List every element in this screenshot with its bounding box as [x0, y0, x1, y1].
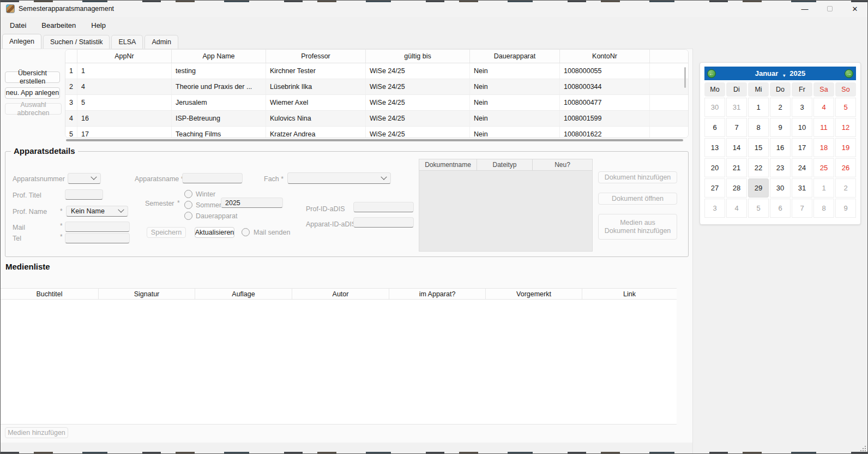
calendar-day[interactable]: 14 [726, 138, 747, 157]
calendar-day[interactable]: 5 [748, 199, 769, 218]
tab-elsa[interactable]: ELSA [111, 35, 143, 49]
col-link[interactable]: Link [582, 289, 677, 299]
calendar-day[interactable]: 6 [770, 199, 791, 218]
col-app-name[interactable]: App Name [172, 50, 266, 63]
calendar-day[interactable]: 10 [792, 118, 812, 137]
calendar-day[interactable]: 2 [835, 178, 856, 198]
table-row[interactable]: 3 5 Jerusalem Wiemer Axel WiSe 24/25 Nei… [65, 95, 688, 111]
col-gueltig-bis[interactable]: gültig bis [366, 50, 470, 63]
calendar-day[interactable]: 26 [835, 158, 856, 177]
calendar-day[interactable]: 11 [813, 118, 834, 137]
prof-id-adis-input[interactable] [353, 202, 414, 212]
horizontal-scrollbar[interactable] [66, 139, 683, 141]
new-app-button[interactable]: neu. App anlegen [5, 87, 60, 99]
calendar-day[interactable]: 4 [726, 199, 747, 218]
calendar-day[interactable]: 30 [770, 178, 791, 198]
calendar-day[interactable]: 3 [704, 199, 725, 218]
col-signatur[interactable]: Signatur [99, 289, 195, 299]
fach-combobox[interactable] [287, 172, 391, 184]
sommer-radio[interactable] [184, 201, 192, 209]
calendar-day[interactable]: 15 [748, 138, 769, 157]
calendar-day[interactable]: 16 [770, 138, 791, 157]
close-button[interactable]: ✕ [842, 1, 867, 17]
calendar-day[interactable]: 7 [792, 199, 812, 218]
col-neu[interactable]: Neu? [533, 159, 592, 170]
calendar-day[interactable]: 28 [726, 178, 747, 198]
calendar-day[interactable]: 13 [704, 138, 725, 157]
table-row[interactable]: 4 16 ISP-Betreuung Kulovics Nina WiSe 24… [65, 111, 688, 127]
dokument-oeffnen-button[interactable]: Dokument öffnen [598, 193, 677, 205]
calendar-day[interactable]: 21 [726, 158, 747, 177]
calendar-day-today[interactable]: 29 [748, 178, 769, 198]
calendar-prev-button[interactable]: ← [707, 69, 716, 78]
col-dokumentname[interactable]: Dokumentname [419, 159, 477, 170]
calendar-month-year[interactable]: Januar▾ 2025 [755, 69, 806, 77]
calendar-day[interactable]: 23 [770, 158, 791, 177]
mail-input[interactable] [65, 222, 130, 232]
tab-suchen-statistik[interactable]: Suchen / Statistik [43, 35, 110, 49]
col-professor[interactable]: Professor [266, 50, 366, 63]
apparat-id-adis-input[interactable] [353, 217, 414, 228]
create-overview-button[interactable]: Übersicht erstellen [5, 71, 60, 83]
winter-radio[interactable] [184, 190, 192, 198]
medien-aus-dokument-button[interactable]: Medien aus Dokument hinzufügen [598, 214, 677, 240]
vertical-scrollbar[interactable] [684, 67, 686, 88]
col-buchtitel[interactable]: Buchtitel [1, 289, 99, 299]
col-dauerapparat[interactable]: Dauerapparat [470, 50, 560, 63]
menu-help[interactable]: Help [83, 17, 113, 34]
calendar-day[interactable]: 5 [835, 98, 856, 117]
dauerapparat-radio[interactable] [184, 212, 192, 220]
col-im-apparat[interactable]: im Apparat? [389, 289, 486, 299]
calendar-day[interactable]: 4 [813, 98, 834, 117]
medien-hinzufuegen-button[interactable]: Medien hinzufügen [5, 427, 68, 438]
calendar-day[interactable]: 8 [748, 118, 769, 137]
apparatsname-input[interactable] [182, 173, 243, 183]
calendar-day[interactable]: 31 [792, 178, 812, 198]
calendar-day[interactable]: 2 [770, 98, 791, 117]
calendar-day[interactable]: 9 [770, 118, 791, 137]
table-row[interactable]: 1 1 testing Kirchner Tester WiSe 24/25 N… [65, 63, 688, 79]
apparatsnummer-combobox[interactable] [68, 173, 101, 184]
col-kontonr[interactable]: KontoNr [560, 50, 650, 63]
semester-year-input[interactable]: 2025 [221, 198, 283, 208]
table-row[interactable]: 2 4 Theorie und Praxis der ... Lüsebrink… [65, 79, 688, 95]
aktualisieren-button[interactable]: Aktualisieren [195, 227, 234, 238]
calendar-day[interactable]: 12 [835, 118, 856, 137]
calendar-day[interactable]: 1 [748, 98, 769, 117]
calendar-day[interactable]: 20 [704, 158, 725, 177]
calendar-day[interactable]: 30 [704, 98, 725, 117]
calendar-day[interactable]: 31 [726, 98, 747, 117]
col-vorgemerkt[interactable]: Vorgemerkt [486, 289, 582, 299]
calendar-day[interactable]: 17 [792, 138, 812, 157]
calendar-day[interactable]: 8 [813, 199, 834, 218]
maximize-button[interactable] [817, 1, 842, 17]
col-dateityp[interactable]: Dateityp [477, 159, 533, 170]
calendar-day[interactable]: 6 [704, 118, 725, 137]
speichern-button[interactable]: Speichern [147, 227, 186, 238]
prof-name-combobox[interactable]: Kein Name [66, 206, 128, 217]
dokument-hinzufuegen-button[interactable]: Dokument hinzufügen [598, 171, 677, 183]
tel-input[interactable] [65, 233, 130, 243]
col-autor[interactable]: Autor [292, 289, 389, 299]
col-auflage[interactable]: Auflage [195, 289, 292, 299]
col-appnr[interactable]: AppNr [77, 50, 172, 63]
tab-anlegen[interactable]: Anlegen [2, 34, 41, 49]
resize-grip[interactable] [865, 450, 866, 451]
calendar-day[interactable]: 19 [835, 138, 856, 157]
table-row[interactable]: 5 17 Teaching Films Kratzer Andrea WiSe … [65, 127, 688, 138]
calendar-day[interactable]: 3 [792, 98, 812, 117]
menu-bearbeiten[interactable]: Bearbeiten [34, 17, 83, 34]
minimize-button[interactable]: — [792, 1, 817, 17]
calendar-day[interactable]: 25 [813, 158, 834, 177]
calendar-day[interactable]: 24 [792, 158, 812, 177]
mail-senden-radio[interactable] [242, 228, 250, 236]
calendar-day[interactable]: 27 [704, 178, 725, 198]
calendar-day[interactable]: 18 [813, 138, 834, 157]
calendar-day[interactable]: 7 [726, 118, 747, 137]
tab-admin[interactable]: Admin [144, 35, 178, 49]
menu-datei[interactable]: Datei [2, 17, 34, 34]
calendar-day[interactable]: 22 [748, 158, 769, 177]
calendar-next-button[interactable]: → [845, 69, 853, 78]
calendar-day[interactable]: 9 [835, 199, 856, 218]
cancel-selection-button[interactable]: Auswahl abbrechen [5, 103, 62, 115]
